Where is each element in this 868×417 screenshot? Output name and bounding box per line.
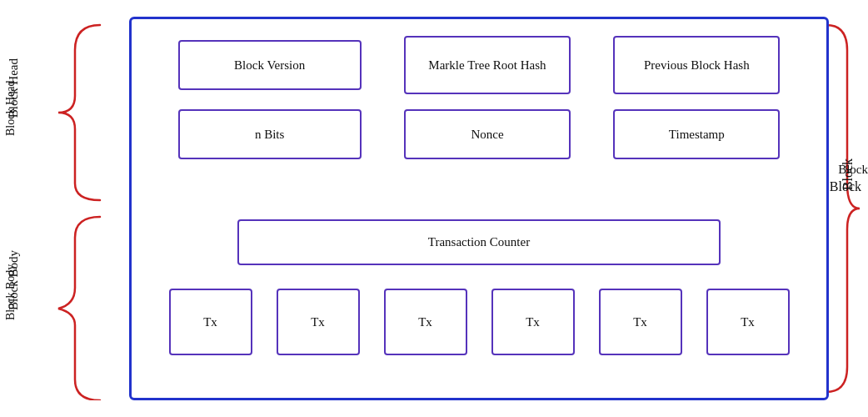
n-bits-label: n Bits [255,128,284,142]
main-block: Block Version Markle Tree Root Hash Prev… [129,17,829,400]
header-row-1: Block Version Markle Tree Root Hash Prev… [157,36,801,94]
tx-label-2: Tx [311,315,325,329]
nonce-box: Nonce [404,109,571,159]
block-head-text: Block Head [4,42,17,175]
tx-box-4: Tx [491,289,575,355]
block-text: Block [838,163,868,177]
tx-row: Tx Tx Tx Tx Tx Tx [157,289,801,355]
tx-box-5: Tx [599,289,682,355]
transaction-counter-box: Transaction Counter [237,219,721,265]
prev-block-hash-label: Previous Block Hash [644,58,750,73]
markle-tree-label: Markle Tree Root Hash [428,58,546,73]
tx-box-3: Tx [384,289,467,355]
tx-box-2: Tx [277,289,360,355]
prev-block-hash-box: Previous Block Hash [613,36,780,94]
block-head-area: Block Version Markle Tree Root Hash Prev… [132,19,826,203]
timestamp-label: Timestamp [669,128,725,142]
block-version-box: Block Version [178,40,362,90]
scene: Block Head Block Body Block Block Block … [0,0,868,417]
tx-label-3: Tx [418,315,432,329]
transaction-counter-label: Transaction Counter [428,235,530,249]
nonce-label: Nonce [471,128,503,142]
block-body-area: Transaction Counter Tx Tx Tx Tx Tx [132,211,826,403]
tx-label-6: Tx [741,315,755,329]
block-version-label: Block Version [234,58,305,73]
tx-label-5: Tx [633,315,647,329]
header-row-2: n Bits Nonce Timestamp [157,109,801,159]
tx-box-6: Tx [706,289,790,355]
left-braces [25,17,125,400]
markle-tree-box: Markle Tree Root Hash [404,36,571,94]
tx-label-1: Tx [203,315,217,329]
block-label-h: Block [830,179,861,194]
transaction-counter-wrap: Transaction Counter [157,219,801,265]
tx-label-4: Tx [526,315,540,329]
tx-box-1: Tx [169,289,252,355]
n-bits-box: n Bits [178,109,362,159]
block-body-text: Block Body [4,221,17,363]
timestamp-box: Timestamp [613,109,780,159]
